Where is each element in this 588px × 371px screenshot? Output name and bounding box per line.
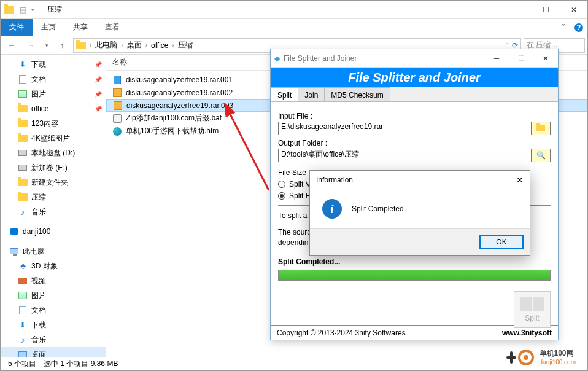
titlebar: ▤ ▾ | 压缩 ─ ☐ ✕ — [1, 1, 587, 19]
sidebar-item-music2[interactable]: ♪音乐 — [1, 332, 106, 347]
tab-share[interactable]: 共享 — [64, 19, 96, 36]
help-icon[interactable]: ? — [570, 19, 587, 36]
up-button[interactable]: ↑ — [53, 38, 71, 53]
msgbox: Information ✕ i Split Completed OK — [309, 170, 530, 256]
sidebar-item-newfolder[interactable]: 新建文件夹 — [1, 175, 106, 190]
forward-button[interactable]: → — [23, 38, 40, 53]
sidebar-item-thispc[interactable]: 此电脑 — [1, 244, 106, 259]
msgbox-titlebar[interactable]: Information ✕ — [310, 171, 530, 189]
file-icon — [112, 88, 122, 98]
output-folder-field[interactable]: D:\tools\桌面\office\压缩 — [278, 149, 527, 162]
file-name: diskusageanalyzerfree19.rar.001 — [126, 76, 233, 84]
sidebar-item-pictures[interactable]: 图片📌 — [1, 87, 106, 101]
file-icon — [112, 127, 122, 136]
sidebar-item-documents2[interactable]: 文档 — [1, 303, 106, 318]
maximize-button[interactable]: ☐ — [532, 1, 560, 18]
svg-text:?: ? — [576, 23, 581, 32]
window-title: 压缩 — [44, 4, 505, 15]
file-icon — [112, 75, 122, 85]
addr-dropdown[interactable]: ˅ — [505, 42, 508, 49]
msgbox-close[interactable]: ✕ — [516, 175, 524, 185]
progress-bar — [278, 270, 551, 281]
tab-split[interactable]: Split — [271, 87, 298, 102]
sidebar-item-desktop[interactable]: 桌面 — [1, 347, 106, 357]
sidebar-item-downloads2[interactable]: ⬇下载 — [1, 318, 106, 332]
file-name: diskusageanalyzerfree19.rar.003 — [126, 101, 233, 110]
ok-button[interactable]: OK — [479, 235, 524, 249]
copyright-text: Copyright © 2013-2024 3nity Softwares — [277, 329, 502, 337]
sidebar-item-localdisk[interactable]: 本地磁盘 (D:) — [1, 146, 106, 160]
close-button[interactable]: ✕ — [560, 1, 587, 18]
split-completed-text: Split Completed... — [278, 257, 551, 266]
split-button[interactable]: Split — [514, 291, 551, 328]
status-count: 5 个项目 — [8, 359, 36, 369]
crumb[interactable]: 桌面 — [127, 40, 142, 50]
msgbox-title: Information — [316, 176, 353, 184]
crumb[interactable]: 此电脑 — [95, 40, 117, 50]
fsj-tabs: Split Join MD5 Checksum — [271, 87, 558, 102]
ribbon-expand[interactable]: ˅ — [557, 23, 570, 32]
sidebar-item-videos[interactable]: 视频 — [1, 273, 106, 288]
browse-input-button[interactable] — [531, 122, 551, 135]
sidebar-item-music[interactable]: ♪音乐 — [1, 205, 106, 219]
output-folder-label: Output Folder : — [278, 139, 551, 147]
fsj-minimize[interactable]: ─ — [484, 49, 509, 67]
status-bar: 5 个项目 选中 1 个项目 9.86 MB — [1, 357, 587, 370]
sidebar-item-newvol[interactable]: 新加卷 (E:) — [1, 160, 106, 175]
folder-icon — [4, 5, 14, 15]
url-text[interactable]: www.3nitysoft — [502, 329, 552, 337]
fsj-titlebar[interactable]: ◆ File Splitter and Joiner ─ ☐ ✕ — [271, 49, 558, 68]
browse-output-button[interactable]: 🔍 — [531, 149, 551, 162]
sidebar[interactable]: ⬇下载📌 文档📌 图片📌 office📌 123内容 4K壁纸图片 本地磁盘 (… — [1, 55, 106, 357]
tab-file[interactable]: 文件 — [1, 19, 33, 36]
sidebar-item-pictures2[interactable]: 图片 — [1, 288, 106, 303]
fsj-banner: File Splitter and Joiner — [271, 68, 558, 87]
fsj-app-icon: ◆ — [274, 54, 280, 63]
sidebar-item-documents[interactable]: 文档📌 — [1, 72, 106, 87]
qat-dropdown[interactable]: ▾ — [31, 7, 34, 13]
file-icon — [113, 101, 123, 111]
fsj-close[interactable]: ✕ — [533, 49, 558, 67]
file-name: 单机100手游网下载帮助.htm — [126, 126, 219, 136]
tab-view[interactable]: 查看 — [96, 19, 128, 36]
crumb[interactable]: 压缩 — [178, 40, 193, 50]
tab-md5[interactable]: MD5 Checksum — [324, 87, 390, 102]
sidebar-item-office[interactable]: office📌 — [1, 101, 106, 116]
fsj-maximize[interactable]: ☐ — [509, 49, 533, 67]
file-name: Zip添加danji100.com后缀.bat — [126, 113, 222, 123]
file-icon — [112, 114, 122, 123]
status-selected: 选中 1 个项目 9.86 MB — [44, 359, 118, 369]
msgbox-text: Split Completed — [352, 205, 404, 213]
info-icon: i — [322, 199, 342, 219]
sidebar-item-123[interactable]: 123内容 — [1, 116, 106, 131]
sidebar-item-downloads[interactable]: ⬇下载📌 — [1, 57, 106, 72]
sidebar-item-wallpaper[interactable]: 4K壁纸图片 — [1, 131, 106, 146]
svg-point-4 — [524, 355, 528, 360]
sidebar-item-danji[interactable]: danji100 — [1, 224, 106, 239]
sidebar-item-3d[interactable]: ⬘3D 对象 — [1, 259, 106, 273]
minimize-button[interactable]: ─ — [505, 1, 532, 18]
input-file-field[interactable]: E:\diskusageanalyzerfree19.rar — [278, 122, 527, 135]
watermark: 单机100网danji100.com — [505, 348, 576, 366]
fsj-title-text: File Splitter and Joiner — [284, 54, 357, 63]
tab-join[interactable]: Join — [298, 87, 325, 102]
file-name: diskusageanalyzerfree19.rar.002 — [126, 88, 233, 97]
crumb[interactable]: office — [151, 41, 168, 50]
input-file-label: Input File : — [278, 112, 551, 120]
tab-home[interactable]: 主页 — [33, 19, 64, 36]
back-button[interactable]: ← — [3, 38, 20, 53]
sidebar-item-compress[interactable]: 压缩 — [1, 190, 106, 205]
qat-item[interactable]: ▤ — [18, 5, 28, 15]
recent-dropdown[interactable]: ▾ — [42, 38, 51, 53]
ribbon: 文件 主页 共享 查看 ˅ ? — [1, 19, 587, 36]
